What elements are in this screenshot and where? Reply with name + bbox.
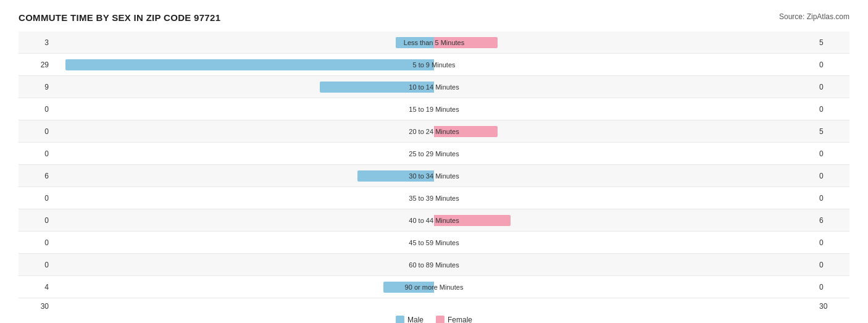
chart-row: 295 to 9 Minutes0: [19, 54, 849, 76]
header: COMMUTE TIME BY SEX IN ZIP CODE 97721 So…: [19, 12, 849, 23]
male-value: 0: [19, 194, 52, 203]
chart-title: COMMUTE TIME BY SEX IN ZIP CODE 97721: [19, 12, 220, 23]
female-value: 0: [816, 172, 849, 180]
male-value: 0: [19, 216, 52, 225]
axis-left-label: 30: [19, 302, 52, 311]
bar-container: 40 to 44 Minutes: [52, 209, 816, 231]
male-bar: [396, 37, 434, 48]
female-bar: [434, 126, 498, 137]
bars-wrapper: 35 to 39 Minutes: [52, 191, 816, 205]
male-value: 0: [19, 105, 52, 114]
chart-row: 035 to 39 Minutes0: [19, 187, 849, 209]
female-bar: [434, 215, 511, 226]
legend-female: Female: [436, 316, 472, 323]
chart-row: 910 to 14 Minutes0: [19, 76, 849, 98]
row-label: 45 to 59 Minutes: [409, 239, 459, 246]
bars-wrapper: 40 to 44 Minutes: [52, 214, 816, 227]
male-value: 0: [19, 127, 52, 136]
bars-wrapper: 5 to 9 Minutes: [52, 58, 816, 72]
chart-row: 015 to 19 Minutes0: [19, 98, 849, 120]
bar-container: Less than 5 Minutes: [52, 31, 816, 53]
female-value: 0: [816, 83, 849, 91]
bars-wrapper: 45 to 59 Minutes: [52, 236, 816, 250]
bar-container: 30 to 34 Minutes: [52, 165, 816, 187]
bar-container: 20 to 24 Minutes: [52, 120, 816, 142]
axis-row: 30 30: [19, 302, 849, 311]
bars-wrapper: 30 to 34 Minutes: [52, 169, 816, 183]
chart-row: 490 or more Minutes0: [19, 276, 849, 298]
bar-container: 25 to 29 Minutes: [52, 143, 816, 164]
chart-row: 045 to 59 Minutes0: [19, 232, 849, 254]
legend-female-label: Female: [448, 316, 472, 323]
chart-row: 060 to 89 Minutes0: [19, 254, 849, 276]
male-value: 0: [19, 238, 52, 247]
female-value: 0: [816, 261, 849, 269]
bars-wrapper: 25 to 29 Minutes: [52, 147, 816, 161]
male-value: 6: [19, 172, 52, 180]
bars-wrapper: 20 to 24 Minutes: [52, 125, 816, 138]
male-value: 29: [19, 61, 52, 69]
female-value: 0: [816, 194, 849, 203]
bar-container: 10 to 14 Minutes: [52, 76, 816, 98]
chart-row: 025 to 29 Minutes0: [19, 143, 849, 165]
row-label: 35 to 39 Minutes: [409, 195, 459, 202]
female-value: 0: [816, 61, 849, 69]
male-value: 3: [19, 38, 52, 47]
bar-container: 15 to 19 Minutes: [52, 98, 816, 120]
bars-wrapper: 10 to 14 Minutes: [52, 80, 816, 94]
female-value: 0: [816, 105, 849, 114]
male-bar: [357, 170, 434, 182]
legend-male-box: [396, 316, 404, 323]
legend-row: Male Female: [19, 316, 849, 323]
male-value: 9: [19, 83, 52, 91]
bars-wrapper: 15 to 19 Minutes: [52, 103, 816, 116]
bar-container: 35 to 39 Minutes: [52, 187, 816, 209]
male-value: 0: [19, 149, 52, 158]
axis-right-label: 30: [816, 302, 849, 311]
female-value: 0: [816, 238, 849, 247]
male-value: 4: [19, 283, 52, 292]
row-label: 60 to 89 Minutes: [409, 261, 459, 269]
row-label: 15 to 19 Minutes: [409, 106, 459, 113]
male-bar: [383, 282, 434, 293]
bars-wrapper: 60 to 89 Minutes: [52, 258, 816, 272]
bar-container: 90 or more Minutes: [52, 276, 816, 298]
bar-container: 5 to 9 Minutes: [52, 54, 816, 75]
chart-area: 3Less than 5 Minutes5295 to 9 Minutes091…: [19, 31, 849, 298]
female-value: 5: [816, 127, 849, 136]
male-bar: [65, 59, 434, 70]
page-wrapper: COMMUTE TIME BY SEX IN ZIP CODE 97721 So…: [19, 12, 849, 323]
bars-wrapper: Less than 5 Minutes: [52, 36, 816, 49]
female-value: 0: [816, 149, 849, 158]
bar-container: 60 to 89 Minutes: [52, 254, 816, 275]
chart-row: 630 to 34 Minutes0: [19, 165, 849, 187]
female-value: 0: [816, 283, 849, 292]
male-value: 0: [19, 261, 52, 269]
male-bar: [320, 82, 434, 93]
row-label: 25 to 29 Minutes: [409, 150, 459, 157]
chart-row: 020 to 24 Minutes5: [19, 120, 849, 143]
legend-male-label: Male: [407, 316, 424, 323]
female-value: 6: [816, 216, 849, 225]
chart-row: 3Less than 5 Minutes5: [19, 31, 849, 54]
female-bar: [434, 37, 498, 48]
legend-female-box: [436, 316, 444, 323]
chart-row: 040 to 44 Minutes6: [19, 209, 849, 232]
source-text: Source: ZipAtlas.com: [779, 12, 849, 21]
bars-wrapper: 90 or more Minutes: [52, 280, 816, 294]
legend-male: Male: [396, 316, 424, 323]
female-value: 5: [816, 38, 849, 47]
bar-container: 45 to 59 Minutes: [52, 232, 816, 253]
